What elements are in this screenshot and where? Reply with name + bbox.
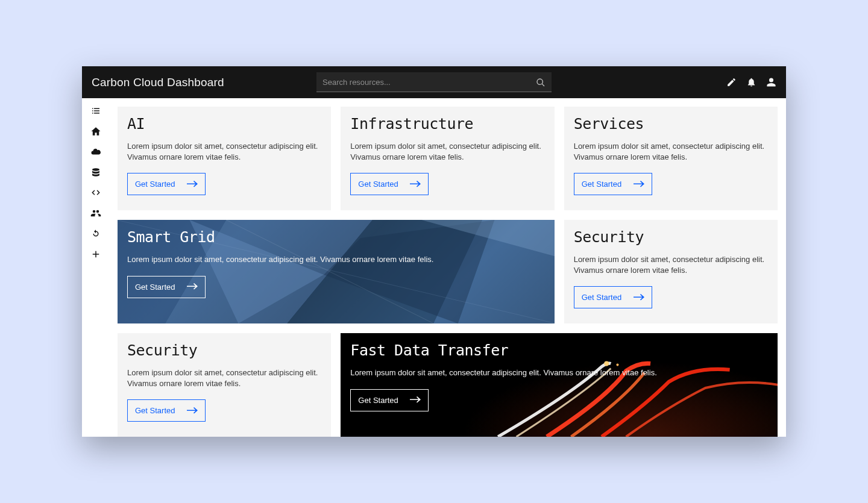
app-body: AI Lorem ipsum dolor sit amet, consectet…: [82, 98, 786, 437]
arrow-right-icon: [410, 396, 421, 404]
button-label: Get Started: [582, 180, 621, 189]
card-desc: Lorem ipsum dolor sit amet, consectetur …: [350, 367, 768, 378]
sidebar-item-code[interactable]: [90, 187, 101, 198]
database-icon: [90, 167, 101, 178]
arrow-right-icon: [634, 294, 644, 301]
arrow-right-icon: [187, 407, 198, 414]
button-label: Get Started: [135, 283, 175, 292]
get-started-button[interactable]: Get Started: [350, 173, 429, 195]
card-title: Security: [127, 342, 321, 359]
dashboard-grid: AI Lorem ipsum dolor sit amet, consectet…: [109, 98, 786, 437]
card-desc: Lorem ipsum dolor sit amet, consectetur …: [127, 367, 321, 389]
sidebar-item-cloud[interactable]: [90, 146, 101, 157]
get-started-button[interactable]: Get Started: [127, 276, 206, 298]
button-label: Get Started: [135, 180, 175, 189]
card-security: Security Lorem ipsum dolor sit amet, con…: [118, 333, 331, 437]
search-icon[interactable]: [536, 78, 546, 87]
bell-icon[interactable]: [746, 77, 756, 87]
svg-point-9: [605, 361, 609, 366]
button-label: Get Started: [358, 396, 398, 405]
card-title: Fast Data Transfer: [350, 342, 768, 359]
search-field-wrap: [316, 72, 552, 92]
card-desc: Lorem ipsum dolor sit amet, consectetur …: [574, 254, 768, 275]
sidebar-item-list[interactable]: [90, 105, 101, 116]
list-icon: [90, 105, 101, 116]
card-services: Services Lorem ipsum dolor sit amet, con…: [564, 107, 778, 210]
svg-point-10: [617, 364, 619, 366]
card-desc: Lorem ipsum dolor sit amet, consectetur …: [127, 141, 321, 162]
arrow-right-icon: [410, 181, 421, 188]
card-title: Smart Grid: [127, 228, 545, 246]
search-input[interactable]: [316, 72, 552, 92]
home-icon: [90, 126, 101, 137]
card-title: Services: [574, 115, 768, 133]
get-started-button[interactable]: Get Started: [127, 173, 206, 195]
card-infrastructure: Infrastructure Lorem ipsum dolor sit ame…: [341, 107, 554, 210]
edit-icon[interactable]: [726, 77, 737, 87]
card-desc: Lorem ipsum dolor sit amet, consectetur …: [574, 141, 768, 162]
sidebar-item-add[interactable]: [90, 249, 101, 260]
sidebar-item-database[interactable]: [90, 167, 101, 178]
sidebar-item-users[interactable]: [90, 208, 101, 219]
sidebar: [82, 98, 109, 437]
app-header: Carbon Cloud Dashboard: [82, 66, 786, 98]
app-title: Carbon Cloud Dashboard: [92, 76, 224, 89]
user-icon[interactable]: [766, 77, 776, 87]
refresh-icon: [90, 228, 101, 239]
card-smart-grid: Smart Grid Lorem ipsum dolor sit amet, c…: [118, 220, 555, 323]
get-started-button[interactable]: Get Started: [350, 389, 429, 411]
add-icon: [90, 249, 101, 260]
arrow-right-icon: [187, 181, 198, 188]
card-desc: Lorem ipsum dolor sit amet, consectetur …: [127, 254, 545, 265]
button-label: Get Started: [582, 293, 621, 302]
code-icon: [90, 187, 101, 198]
card-title: Security: [574, 228, 768, 246]
arrow-right-icon: [634, 181, 644, 188]
cloud-icon: [90, 146, 101, 157]
get-started-button[interactable]: Get Started: [127, 399, 206, 422]
card-title: AI: [127, 115, 321, 133]
sidebar-item-refresh[interactable]: [90, 228, 101, 239]
users-icon: [90, 208, 101, 219]
header-actions: [726, 77, 776, 87]
card-security: Security Lorem ipsum dolor sit amet, con…: [564, 220, 778, 323]
arrow-right-icon: [187, 283, 198, 290]
card-desc: Lorem ipsum dolor sit amet, consectetur …: [350, 141, 544, 162]
app-window: Carbon Cloud Dashboard AI: [82, 66, 786, 437]
sidebar-item-home[interactable]: [90, 126, 101, 137]
get-started-button[interactable]: Get Started: [574, 286, 652, 308]
get-started-button[interactable]: Get Started: [574, 173, 652, 195]
button-label: Get Started: [358, 180, 398, 189]
card-fast-data-transfer: Fast Data Transfer Lorem ipsum dolor sit…: [341, 333, 778, 437]
button-label: Get Started: [135, 406, 175, 415]
card-title: Infrastructure: [350, 115, 544, 133]
card-ai: AI Lorem ipsum dolor sit amet, consectet…: [118, 107, 331, 210]
